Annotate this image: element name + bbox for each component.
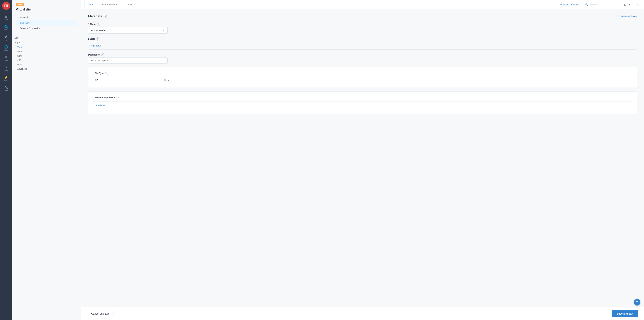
description-input[interactable] (88, 58, 168, 64)
sidebar-item-label: Sele (4, 19, 8, 21)
sidebar-item-manage[interactable]: 🔧 Man (1, 84, 11, 93)
search-placeholder: Search (590, 3, 597, 6)
manage-icon: 🔧 (4, 86, 8, 89)
sidebar-item-distribute[interactable]: 🌐 Distrib (1, 23, 11, 33)
search-box[interactable]: 🔍 Search (583, 2, 619, 7)
sidebar: F5 ⊞ Sele 🌐 Distrib A A 🌐 Sites ⚙ App ✦ … (0, 0, 12, 320)
close-button[interactable]: ✕ (636, 2, 640, 7)
bottom-bar: Cancel and Exit Save and Exit (81, 307, 644, 320)
site-type-value: CE (95, 79, 98, 82)
mesh-icon: ✦ (5, 66, 8, 69)
nav-label: App S (14, 41, 20, 44)
grid-icon: ⊞ (5, 15, 8, 18)
select-arrow-icon: ▼ (167, 79, 170, 82)
selector-expression-labels-area: Add label (93, 101, 632, 109)
selector-expression-help-icon[interactable]: ? (116, 96, 120, 99)
reset-icon-form: ↺ (618, 15, 620, 18)
load-icon: ⚡ (4, 76, 8, 79)
selector-expression-section: * Selector Expression ? Add label (88, 91, 637, 114)
left-panel-header: New Virtual site Metadata Site Type Sele… (12, 0, 81, 33)
sidebar-item-mesh[interactable]: ✦ Mes (1, 64, 11, 73)
labels-field-group: Labels ? Add label (88, 37, 637, 50)
sidebar-item-label: Load (4, 80, 8, 81)
select-clear-button[interactable]: ✕ (164, 79, 166, 82)
nav-subitem-alerts[interactable]: Alert (12, 49, 81, 54)
sidebar-item-label: A (6, 39, 7, 41)
a-icon: A (5, 35, 8, 39)
sidebar-item-load[interactable]: ⚡ Load (1, 74, 11, 83)
site-type-label: * Site Type ? (93, 72, 632, 75)
select-controls: ✕ ▼ (164, 79, 170, 82)
nav-subitem-service[interactable]: Serv (12, 54, 81, 58)
nav-item-app-site[interactable]: App S (12, 40, 81, 45)
name-field-group: * Name ? ✕ (88, 23, 637, 34)
nav-item-selector-expression[interactable]: Selector Expression (16, 26, 77, 31)
panel-title: Virtual site (16, 8, 77, 11)
site-type-section: * Site Type ? CE ✕ ▼ (88, 67, 637, 88)
app-logo[interactable]: F5 (2, 2, 10, 10)
site-type-help-icon[interactable]: ? (105, 72, 108, 75)
sub-nav: app App S Virtu Alert Serv vK8s Rate Adv… (12, 34, 81, 73)
form-area: Metadata ? ↺ Reset All Fields * Name ? ✕ (81, 10, 644, 307)
left-panel: New Virtual site Metadata Site Type Sele… (12, 0, 81, 320)
labels-label: Labels ? (88, 37, 637, 41)
name-clear-button[interactable]: ✕ (162, 29, 165, 32)
nav-item-metadata[interactable]: Metadata (16, 14, 77, 20)
reset-all-fields-button[interactable]: ↺ Reset All Fields (560, 3, 579, 6)
sidebar-item-label: Mes (4, 69, 8, 71)
nav-subitem-advanced[interactable]: Advanced (12, 67, 81, 71)
add-label-button[interactable]: Add label (91, 44, 100, 47)
sidebar-item-label: Sites (4, 49, 8, 51)
new-badge: New (16, 3, 77, 8)
distribute-icon: 🌐 (4, 25, 8, 28)
metadata-title: Metadata ? (88, 15, 107, 18)
apps-icon: ⚙ (5, 55, 8, 59)
sidebar-item-label: Distrib (4, 29, 8, 31)
tab-json[interactable]: JSON (122, 0, 136, 10)
sidebar-item-label: Man (4, 90, 8, 92)
site-type-select[interactable]: CE ✕ ▼ (93, 77, 172, 83)
sites-icon: 🌐 (4, 45, 8, 49)
search-icon: 🔍 (585, 3, 588, 6)
description-help-icon[interactable]: ? (101, 53, 104, 56)
cancel-button[interactable]: Cancel and Exit (87, 310, 114, 317)
name-label: * Name ? (88, 23, 637, 26)
nav-arrows: ▲ ▼ (622, 3, 632, 7)
labels-area: Add label (88, 42, 637, 50)
nav-subitem-rate[interactable]: Rate (12, 62, 81, 67)
name-input[interactable] (90, 29, 162, 32)
reset-all-fields-form-button[interactable]: ↺ Reset All Fields (618, 15, 637, 18)
description-label: Description ? (88, 53, 637, 56)
tab-documentation[interactable]: Documentation (98, 0, 122, 10)
sidebar-item-a[interactable]: A A (1, 33, 11, 43)
save-button[interactable]: Save and Exit (612, 310, 638, 317)
nav-item-site-type[interactable]: Site Type (16, 20, 77, 26)
nav-item-app[interactable]: app (12, 36, 81, 40)
main-area: Form Documentation JSON ↺ Reset All Fiel… (81, 0, 644, 320)
name-help-icon[interactable]: ? (97, 23, 100, 26)
selector-expression-label: * Selector Expression ? (93, 96, 632, 99)
floating-help-button[interactable]: ? (634, 299, 640, 305)
top-bar-right: ↺ Reset All Fields 🔍 Search ▲ ▼ ✕ (560, 2, 640, 7)
sidebar-item-apps[interactable]: ⚙ App (1, 54, 11, 63)
sidebar-item-sites[interactable]: 🌐 Sites (1, 43, 11, 53)
metadata-help-icon[interactable]: ? (104, 15, 107, 18)
sidebar-item-label: App (5, 59, 8, 61)
nav-subitem-vk8s[interactable]: vK8s (12, 58, 81, 62)
nav-label: app (14, 37, 18, 39)
top-bar: Form Documentation JSON ↺ Reset All Fiel… (81, 0, 644, 10)
reset-icon: ↺ (560, 3, 562, 6)
nav-up-button[interactable]: ▲ (622, 3, 627, 7)
nav-subitem-virtuals[interactable]: Virtu (12, 45, 81, 49)
labels-help-icon[interactable]: ? (96, 37, 99, 41)
nav-down-button[interactable]: ▼ (628, 3, 632, 7)
name-input-wrapper: ✕ (88, 27, 168, 34)
selector-add-label-button[interactable]: Add label (96, 104, 105, 107)
form-header: Metadata ? ↺ Reset All Fields (88, 15, 637, 18)
description-field-group: Description ? (88, 53, 637, 64)
sidebar-item-grid[interactable]: ⊞ Sele (1, 13, 11, 23)
panel-nav-list: Metadata Site Type Selector Expression (16, 14, 77, 31)
tab-form[interactable]: Form (84, 0, 98, 10)
